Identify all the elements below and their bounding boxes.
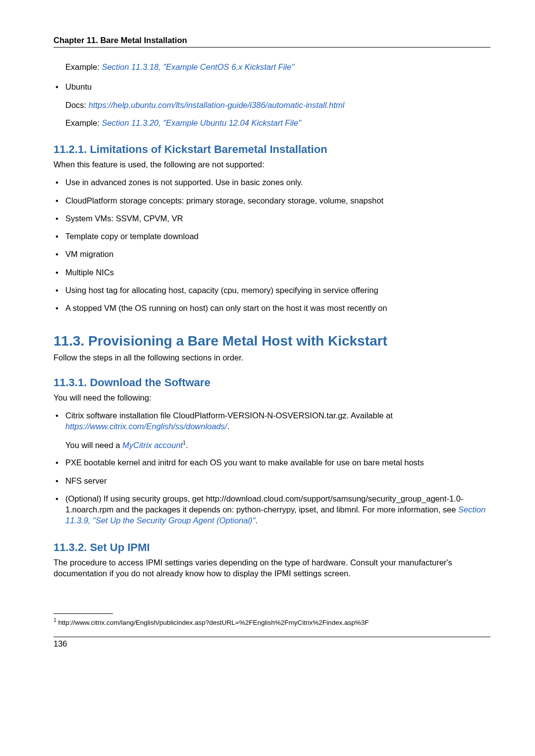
section-11-3-intro: Follow the steps in all the following se…	[54, 352, 490, 363]
period: .	[255, 516, 258, 525]
footnote-text: http://www.citrix.com/lang/English/publi…	[56, 619, 369, 626]
period: .	[186, 440, 188, 449]
section-11-3-title: 11.3. Provisioning a Bare Metal Host wit…	[54, 333, 490, 349]
example-line-2: Example: Section 11.3.20, "Example Ubunt…	[65, 117, 490, 128]
optional-text: (Optional) If using security groups, get…	[65, 494, 463, 514]
example-link-ubuntu[interactable]: Section 11.3.20, "Example Ubuntu 12.04 K…	[102, 118, 301, 127]
os-list: Ubuntu Docs: https://help.ubuntu.com/lts…	[54, 81, 490, 128]
section-11-3-1-title: 11.3.1. Download the Software	[54, 376, 490, 389]
list-item: Multiple NICs	[54, 267, 490, 278]
list-item: Ubuntu Docs: https://help.ubuntu.com/lts…	[54, 81, 490, 128]
list-item: Citrix software installation file CloudP…	[54, 410, 490, 450]
docs-line: Docs: https://help.ubuntu.com/lts/instal…	[65, 100, 490, 110]
list-item: NFS server	[54, 475, 490, 486]
list-item: System VMs: SSVM, CPVM, VR	[54, 213, 490, 224]
section-11-3-1-intro: You will need the following:	[54, 392, 490, 403]
section-11-3-2-intro: The procedure to access IPMI settings va…	[54, 557, 490, 579]
list-item: A stopped VM (the OS running on host) ca…	[54, 302, 490, 313]
section-11-2-1-intro: When this feature is used, the following…	[54, 159, 490, 170]
docs-label: Docs:	[65, 101, 89, 109]
docs-link[interactable]: https://help.ubuntu.com/lts/installation…	[89, 101, 344, 109]
download-text: Citrix software installation file CloudP…	[65, 411, 393, 420]
you-will-need: You will need a	[65, 440, 122, 449]
chapter-header: Chapter 11. Bare Metal Installation	[54, 36, 490, 48]
example-label: Example:	[65, 118, 102, 127]
download-list: Citrix software installation file CloudP…	[54, 410, 490, 526]
footnote-rule	[54, 613, 113, 614]
list-item: Use in advanced zones is not supported. …	[54, 177, 490, 188]
limitations-list: Use in advanced zones is not supported. …	[54, 177, 490, 313]
example-link-centos[interactable]: Section 11.3.18, "Example CentOS 6.x Kic…	[102, 62, 294, 71]
list-item: (Optional) If using security groups, get…	[54, 493, 490, 526]
example-line-1: Example: Section 11.3.18, "Example CentO…	[54, 61, 490, 72]
page-number: 136	[54, 639, 490, 649]
page-footer-rule	[54, 637, 490, 637]
section-11-2-1-title: 11.2.1. Limitations of Kickstart Baremet…	[54, 143, 490, 156]
mycitrix-link[interactable]: MyCitrix account	[122, 440, 183, 449]
list-item: PXE bootable kernel and initrd for each …	[54, 457, 490, 468]
os-name: Ubuntu	[65, 82, 92, 91]
period: .	[227, 422, 229, 431]
mycitrix-line: You will need a MyCitrix account1.	[65, 439, 490, 451]
list-item: Using host tag for allocating host, capa…	[54, 285, 490, 296]
citrix-download-link[interactable]: https://www.citrix.com/English/ss/downlo…	[65, 422, 227, 431]
example-label: Example:	[65, 62, 102, 71]
section-11-3-2-title: 11.3.2. Set Up IPMI	[54, 541, 490, 554]
list-item: Template copy or template download	[54, 231, 490, 242]
footnote: 1 http://www.citrix.com/lang/English/pub…	[54, 617, 490, 627]
list-item: CloudPlatform storage concepts: primary …	[54, 195, 490, 206]
list-item: VM migration	[54, 249, 490, 259]
